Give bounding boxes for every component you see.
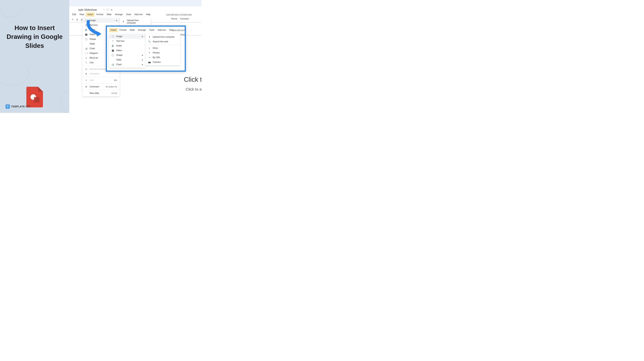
image-submenu: ⬆Upload from computer <box>120 17 151 26</box>
theme-button[interactable]: Theme <box>171 17 177 20</box>
chevron-right-icon: ▶ <box>142 35 143 37</box>
inset-menu-addons[interactable]: Add-ons <box>156 28 168 32</box>
right-panel: nple Slideshow ☆ ▢ ☁ Edit View Insert Fo… <box>69 0 202 113</box>
inset-menu-item-chart[interactable]: 📊Chart▶ <box>109 62 146 67</box>
chart-icon: 📊 <box>112 63 114 66</box>
slides-window: nple Slideshow ☆ ▢ ☁ Edit View Insert Fo… <box>69 6 202 113</box>
document-title[interactable]: nple Slideshow <box>78 8 97 11</box>
chevron-right-icon: ▶ <box>142 64 143 65</box>
chevron-right-icon: ▶ <box>142 54 143 56</box>
inset-submenu-upload[interactable]: ⬆Upload from computer <box>146 34 180 39</box>
drive-icon: △ <box>148 47 151 49</box>
print-icon[interactable]: 🖨 <box>76 18 78 21</box>
menu-slide[interactable]: Slide <box>105 12 113 16</box>
search-icon: 🔍 <box>148 40 151 43</box>
inset-menu-arrange[interactable]: Arrange <box>136 28 148 32</box>
cloud-icon[interactable]: ☁ <box>110 8 112 11</box>
chart-icon: 📊 <box>85 47 88 50</box>
theme-transition-buttons: Theme Transition <box>171 17 189 20</box>
menu-help[interactable]: Help <box>144 12 152 16</box>
menu-format[interactable]: Format <box>95 12 105 16</box>
inset-insert-menu: ▢Image▶ TText box 🔊Audio 🎬Video ◯Shape▶ … <box>109 33 146 68</box>
menu-item-comment[interactable]: ⊞Comment⌘+Option+M <box>82 84 120 89</box>
chevron-right-icon: ▶ <box>116 19 117 21</box>
inset-menu-tools[interactable]: Tools <box>148 28 156 32</box>
inset-slide-number: 5 <box>184 29 185 31</box>
menu-view[interactable]: View <box>78 12 86 16</box>
image-icon: ▢ <box>112 35 114 38</box>
submenu-upload[interactable]: ⬆Upload from computer <box>120 18 151 25</box>
brand-text: TEMPLATE.NET <box>11 105 31 108</box>
annotation-arrow <box>86 20 104 38</box>
audio-icon: 🔊 <box>112 44 114 47</box>
last-edit-link[interactable]: Last edit was 2 minutes ago <box>166 13 192 15</box>
chevron-right-icon: ▶ <box>142 59 143 61</box>
toolbar: ↶ 🖨 🖌 <box>71 17 84 22</box>
wordart-icon: A <box>85 57 88 59</box>
shape-icon: ◯ <box>85 38 88 40</box>
undo-icon[interactable]: ↶ <box>72 18 74 21</box>
link-icon: ⚭ <box>148 56 151 59</box>
menubar: Edit View Insert Format Slide Arrange To… <box>71 12 152 16</box>
video-icon: 🎬 <box>112 49 114 52</box>
menu-edit[interactable]: Edit <box>71 12 78 16</box>
inset-screenshot: Insert Format Slide Arrange Tools Add-on… <box>106 25 186 72</box>
inset-menu-item-audio[interactable]: 🔊Audio <box>109 43 146 48</box>
brand-logo: T TEMPLATE.NET <box>6 104 31 109</box>
title-bar-icons: ☆ ▢ ☁ <box>103 8 112 11</box>
left-panel: How to Insert Drawing in Google Slides T… <box>0 0 69 113</box>
photos-icon: ✦ <box>148 51 151 54</box>
inset-submenu-photos[interactable]: ✦Photos <box>146 50 180 55</box>
upload-icon: ⬆ <box>148 36 151 38</box>
inset-submenu-camera[interactable]: 📷Camera <box>146 60 180 64</box>
menu-addons[interactable]: Add-ons <box>133 12 144 16</box>
animation-icon: ◈ <box>85 72 88 75</box>
diagram-icon: ⚬⚬ <box>85 52 88 54</box>
menu-item-newslide[interactable]: New slideCtrl+M <box>82 91 120 95</box>
inset-menu-item-video[interactable]: 🎬Video <box>109 48 146 53</box>
decorative-doodle <box>0 0 27 20</box>
slide-title-placeholder[interactable]: Click to <box>184 76 202 83</box>
menu-arrange[interactable]: Arrange <box>113 12 124 16</box>
page-title: How to Insert Drawing in Google Slides <box>6 23 64 50</box>
upload-icon: ⬆ <box>122 20 125 23</box>
inset-submenu-url[interactable]: ⚭By URL <box>146 55 180 60</box>
inset-menu-slide[interactable]: Slide <box>128 28 136 32</box>
link-icon: ⚭ <box>85 79 88 81</box>
menu-divider <box>146 45 180 45</box>
shape-icon: ◯ <box>112 54 114 56</box>
line-icon: ╲ <box>85 61 88 64</box>
camera-icon: 📷 <box>148 61 151 63</box>
inset-last-edit[interactable]: Last edit wa <box>172 29 184 31</box>
inset-theme[interactable]: Them <box>180 33 186 36</box>
menu-insert[interactable]: Insert <box>86 12 95 16</box>
star-icon[interactable]: ☆ <box>103 8 105 11</box>
slide-subtitle-placeholder[interactable]: Click to ac <box>186 87 202 91</box>
inset-menu-item-image[interactable]: ▢Image▶ <box>109 34 146 39</box>
textbox-icon: T <box>112 40 114 42</box>
omega-icon: Ω <box>85 68 88 70</box>
menu-item-link: ⚭Link⌘K <box>82 78 120 82</box>
icon-square <box>34 97 40 102</box>
move-icon[interactable]: ▢ <box>107 8 109 11</box>
brand-icon: T <box>6 104 10 109</box>
inset-menu-item-table[interactable]: Table▶ <box>109 57 146 62</box>
decorative-doodle <box>0 60 29 85</box>
inset-submenu-drive[interactable]: △Drive <box>146 46 180 50</box>
inset-menu-format[interactable]: Format <box>118 28 128 32</box>
inset-menu-insert[interactable]: Insert <box>109 28 118 32</box>
menu-tools[interactable]: Tools <box>124 12 133 16</box>
inset-submenu-search[interactable]: 🔍Search the web <box>146 39 180 44</box>
inset-menu-item-textbox[interactable]: TText box <box>109 39 146 43</box>
inset-menu-item-shape[interactable]: ◯Shape▶ <box>109 53 146 57</box>
inset-image-submenu: ⬆Upload from computer 🔍Search the web △D… <box>146 34 180 65</box>
menu-item-animation: ◈Animation <box>82 71 120 76</box>
comment-icon: ⊞ <box>85 85 88 88</box>
transition-button[interactable]: Transition <box>180 17 189 20</box>
inset-menubar: Insert Format Slide Arrange Tools Add-on… <box>109 28 175 32</box>
